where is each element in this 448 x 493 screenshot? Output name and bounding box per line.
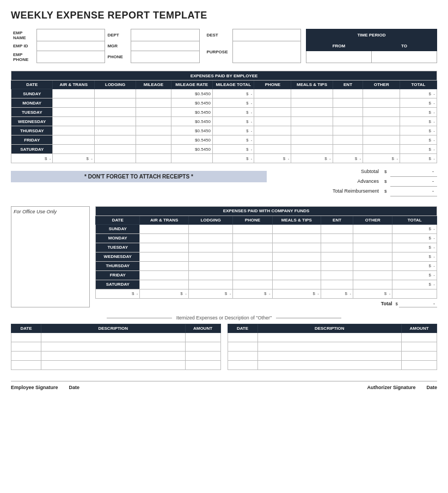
- total-cell[interactable]: $ -: [400, 126, 437, 135]
- it-desc-cell[interactable]: [41, 360, 186, 369]
- mileage-cell[interactable]: [136, 145, 171, 154]
- cf-meals-cell[interactable]: [272, 224, 321, 233]
- cf-meals-cell[interactable]: [272, 252, 321, 261]
- mileage-total-cell[interactable]: $ -: [213, 98, 254, 108]
- it-desc-cell[interactable]: [257, 332, 402, 342]
- cf-lodging-cell[interactable]: [188, 233, 232, 243]
- ent-cell[interactable]: [333, 145, 363, 154]
- it-desc-cell[interactable]: [257, 342, 402, 351]
- ent-cell[interactable]: [333, 126, 363, 135]
- cf-other-cell[interactable]: [353, 224, 392, 233]
- reimbursement-value[interactable]: -: [390, 186, 437, 196]
- it-desc-cell[interactable]: [257, 360, 402, 369]
- cf-total-cell[interactable]: $ -: [392, 261, 437, 270]
- meals-cell[interactable]: [291, 145, 333, 154]
- cf-ent-cell[interactable]: [321, 224, 353, 233]
- mileage-cell[interactable]: [136, 98, 171, 108]
- mileage-cell[interactable]: [136, 135, 171, 145]
- other-cell[interactable]: [363, 108, 400, 117]
- lodging-cell[interactable]: [94, 89, 136, 98]
- cf-other-cell[interactable]: [353, 261, 392, 270]
- ent-cell[interactable]: [333, 98, 363, 108]
- it-date-cell[interactable]: [228, 342, 257, 351]
- cf-total-cell[interactable]: $ -: [392, 224, 437, 233]
- it-desc-cell[interactable]: [257, 351, 402, 360]
- phone-cell[interactable]: [254, 89, 291, 98]
- it-date-cell[interactable]: [11, 342, 41, 351]
- it-amount-cell[interactable]: [402, 332, 437, 342]
- phone-cell[interactable]: [254, 135, 291, 145]
- air-trans-cell[interactable]: [53, 145, 94, 154]
- it-date-cell[interactable]: [228, 332, 257, 342]
- subtotal-value[interactable]: -: [390, 167, 437, 176]
- meals-cell[interactable]: [291, 117, 333, 126]
- phone-cell[interactable]: [254, 117, 291, 126]
- mileage-total-cell[interactable]: $ -: [213, 117, 254, 126]
- it-desc-cell[interactable]: [41, 332, 186, 342]
- cf-phone-cell[interactable]: [233, 243, 272, 252]
- cf-ent-cell[interactable]: [321, 243, 353, 252]
- from-value[interactable]: [306, 51, 371, 63]
- cf-meals-cell[interactable]: [272, 243, 321, 252]
- mileage-cell[interactable]: [136, 108, 171, 117]
- cf-air-trans-cell[interactable]: [140, 233, 188, 243]
- mgr-value[interactable]: [131, 41, 199, 51]
- cf-meals-cell[interactable]: [272, 233, 321, 243]
- total-cell[interactable]: $ -: [400, 117, 437, 126]
- cf-air-trans-cell[interactable]: [140, 261, 188, 270]
- lodging-cell[interactable]: [94, 135, 136, 145]
- cf-ent-cell[interactable]: [321, 270, 353, 280]
- cf-air-trans-cell[interactable]: [140, 252, 188, 261]
- dest-value[interactable]: [232, 29, 301, 41]
- cf-meals-cell[interactable]: [272, 280, 321, 289]
- dept-value[interactable]: [131, 29, 199, 41]
- mileage-cell[interactable]: [136, 117, 171, 126]
- it-date-cell[interactable]: [11, 360, 41, 369]
- cf-lodging-cell[interactable]: [188, 280, 232, 289]
- it-amount-cell[interactable]: [402, 351, 437, 360]
- cf-lodging-cell[interactable]: [188, 224, 232, 233]
- mileage-total-cell[interactable]: $ -: [213, 135, 254, 145]
- total-cell[interactable]: $ -: [400, 145, 437, 154]
- other-cell[interactable]: [363, 135, 400, 145]
- lodging-cell[interactable]: [94, 98, 136, 108]
- ent-cell[interactable]: [333, 117, 363, 126]
- emp-name-value[interactable]: [36, 29, 105, 41]
- air-trans-cell[interactable]: [53, 126, 94, 135]
- cf-phone-cell[interactable]: [233, 280, 272, 289]
- cf-ent-cell[interactable]: [321, 261, 353, 270]
- cf-total-cell[interactable]: $ -: [392, 243, 437, 252]
- cf-phone-cell[interactable]: [233, 252, 272, 261]
- cf-meals-cell[interactable]: [272, 261, 321, 270]
- cf-phone-cell[interactable]: [233, 261, 272, 270]
- cf-ent-cell[interactable]: [321, 233, 353, 243]
- ent-cell[interactable]: [333, 108, 363, 117]
- it-amount-cell[interactable]: [185, 351, 220, 360]
- air-trans-cell[interactable]: [53, 117, 94, 126]
- meals-cell[interactable]: [291, 135, 333, 145]
- mileage-total-cell[interactable]: $ -: [213, 126, 254, 135]
- meals-cell[interactable]: [291, 126, 333, 135]
- meals-cell[interactable]: [291, 98, 333, 108]
- cf-lodging-cell[interactable]: [188, 261, 232, 270]
- air-trans-cell[interactable]: [53, 89, 94, 98]
- cf-air-trans-cell[interactable]: [140, 280, 188, 289]
- company-total-value[interactable]: -: [399, 300, 437, 307]
- emp-phone-value[interactable]: [36, 51, 105, 63]
- total-cell[interactable]: $ -: [400, 98, 437, 108]
- lodging-cell[interactable]: [94, 117, 136, 126]
- phone-cell[interactable]: [254, 98, 291, 108]
- purpose-value[interactable]: [232, 41, 301, 63]
- phone-cell[interactable]: [254, 108, 291, 117]
- cf-lodging-cell[interactable]: [188, 243, 232, 252]
- cf-total-cell[interactable]: $ -: [392, 270, 437, 280]
- air-trans-cell[interactable]: [53, 135, 94, 145]
- other-cell[interactable]: [363, 117, 400, 126]
- total-cell[interactable]: $ -: [400, 108, 437, 117]
- total-cell[interactable]: $ -: [400, 135, 437, 145]
- other-cell[interactable]: [363, 126, 400, 135]
- it-amount-cell[interactable]: [402, 342, 437, 351]
- cf-total-cell[interactable]: $ -: [392, 252, 437, 261]
- lodging-cell[interactable]: [94, 126, 136, 135]
- mileage-cell[interactable]: [136, 126, 171, 135]
